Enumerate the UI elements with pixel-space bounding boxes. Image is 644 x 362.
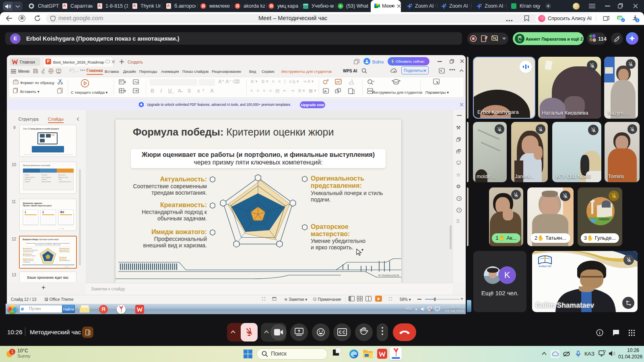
svg-text:1: 1: [636, 19, 638, 22]
svg-text:A: A: [324, 89, 327, 93]
svg-text:ЖАМБЫЛ ОБЛ: ЖАМБЫЛ ОБЛ: [539, 265, 551, 267]
svg-text:?: ?: [458, 208, 460, 212]
svg-text:✳i NotebookLM: ✳i NotebookLM: [378, 274, 399, 277]
